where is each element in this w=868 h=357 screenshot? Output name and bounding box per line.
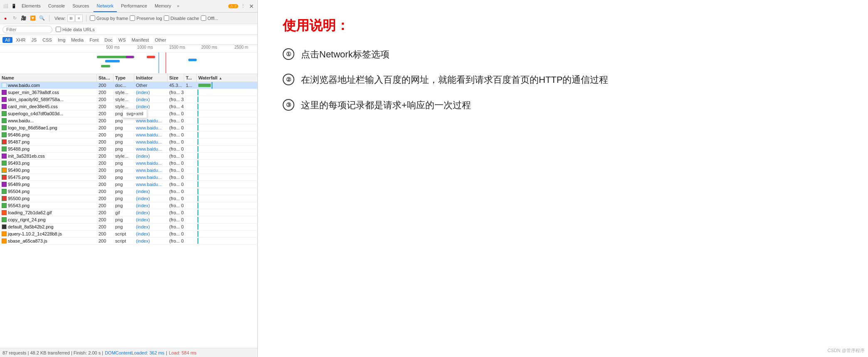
file-icon [2, 161, 7, 166]
table-row[interactable]: 95493.png 200png www.baidu... (fro... 0.… [0, 160, 257, 167]
group-by-frame-checkbox[interactable] [90, 15, 95, 21]
type-btn-media[interactable]: Media [69, 37, 86, 43]
file-icon [2, 238, 7, 243]
more-options-btn[interactable]: ⋮ [239, 2, 247, 10]
th-type[interactable]: Type [113, 74, 134, 82]
camera-btn[interactable]: 🎥 [20, 15, 27, 22]
table-row[interactable]: 95489.png 200png www.baidu... (fro... 0.… [0, 181, 257, 188]
table-row[interactable]: www.baidu... 200png www.baidu... (fro...… [0, 117, 257, 124]
table-row[interactable]: logo_top_86d58ae1.png 200png www.baidu..… [0, 124, 257, 131]
offline-checkbox[interactable] [201, 15, 206, 21]
table-row[interactable]: copy_rignt_24.png 200png (index) (fro...… [0, 216, 257, 223]
instruction-text-1: 点击Network标签选项 [301, 47, 390, 61]
tab-sources[interactable]: Sources [69, 0, 92, 12]
table-row[interactable]: 95490.png 200png www.baidu... (fro... 0.… [0, 167, 257, 174]
search-btn[interactable]: 🔍 [38, 15, 46, 22]
type-btn-manifest[interactable]: Manifest [129, 37, 152, 43]
table-row[interactable]: default_8a5b42b2.png 200png (index) (fro… [0, 223, 257, 231]
filter-bar: Hide data URLs [0, 24, 257, 35]
table-row[interactable]: 95486.png 200png www.baidu... (fro... 0.… [0, 131, 257, 139]
warning-badge: ⚠ 2 [228, 4, 238, 8]
network-table: Name Status Type Initiator Size T... Wat… [0, 74, 257, 348]
td-size: 45.3... [168, 82, 184, 89]
th-name[interactable]: Name [0, 74, 97, 82]
file-icon [2, 168, 7, 173]
tick-2000: 2000 ms [193, 45, 225, 50]
view-buttons: ⊞ ≡ [67, 15, 83, 22]
tab-console[interactable]: Console [45, 0, 68, 12]
view-list-btn[interactable]: ≡ [75, 15, 83, 22]
table-row[interactable]: 95500.png 200png (index) (fro... 0... [0, 195, 257, 202]
type-btn-xhr[interactable]: XHR [13, 37, 28, 43]
instruction-item-2: ② 在浏览器地址栏输入百度的网址，就能看到请求百度首页的HTTP的通信过程 [283, 73, 843, 87]
file-icon [2, 132, 7, 137]
instruction-num-2: ② [283, 74, 294, 85]
filter-input[interactable] [2, 26, 52, 33]
inspect-icon[interactable]: ⬜ [2, 2, 9, 10]
view-grid-btn[interactable]: ⊞ [67, 15, 75, 22]
type-btn-img[interactable]: Img [55, 37, 68, 43]
table-row[interactable]: 95488.png 200png www.baidu... (fro... 0.… [0, 146, 257, 153]
file-icon [2, 203, 7, 208]
preserve-log-label[interactable]: Preserve log [130, 15, 162, 21]
file-icon [2, 196, 7, 201]
tick-1000: 1000 ms [129, 45, 161, 50]
type-btn-css[interactable]: CSS [40, 37, 54, 43]
device-icon[interactable]: 📱 [10, 2, 17, 10]
table-row[interactable]: 95475.png 200png www.baidu... (fro... 0.… [0, 174, 257, 181]
tab-more[interactable]: » [175, 4, 181, 8]
hide-data-urls-label[interactable]: Hide data URLs [56, 27, 95, 32]
waterfall-line [212, 82, 212, 89]
table-row[interactable]: card_min_dee38e45.css 200style... (index… [0, 103, 257, 110]
record-btn[interactable]: ● [2, 15, 9, 22]
td-name: www.baidu.com [0, 82, 97, 89]
load-link[interactable]: Load: 584 ms [169, 350, 197, 355]
type-btn-other[interactable]: Other [152, 37, 169, 43]
offline-label[interactable]: Offl... [201, 15, 218, 21]
timeline-bar-3 [126, 56, 133, 58]
table-row[interactable]: jquery-1.10.2_1c4228b8.js 200script (ind… [0, 231, 257, 238]
filter-btn[interactable]: 🔽 [29, 15, 37, 22]
disable-cache-label[interactable]: Disable cache [164, 15, 199, 21]
timeline-bar-5 [101, 65, 110, 67]
close-btn[interactable]: ✕ [247, 3, 256, 10]
file-icon [2, 217, 7, 222]
devtools-panel: ⬜ 📱 Elements Console Sources Network Per… [0, 0, 258, 357]
th-time[interactable]: T... [184, 74, 197, 82]
tab-performance[interactable]: Performance [118, 0, 150, 12]
status-text: 87 requests | 48.2 KB transferred | Fini… [2, 350, 103, 355]
tab-elements[interactable]: Elements [18, 0, 44, 12]
th-status[interactable]: Status [97, 74, 113, 82]
group-by-frame-label[interactable]: Group by frame [90, 15, 128, 21]
preserve-log-checkbox[interactable] [130, 15, 135, 21]
network-toolbar: ● ↻ 🎥 🔽 🔍 View: ⊞ ≡ Group by frame Prese… [0, 12, 257, 24]
instruction-item-1: ① 点击Network标签选项 [283, 47, 843, 61]
type-btn-doc[interactable]: Doc [102, 37, 115, 43]
type-btn-ws[interactable]: WS [116, 37, 128, 43]
th-size[interactable]: Size [168, 74, 184, 82]
table-row[interactable]: 95504.png 200png (index) (fro... 0... [0, 188, 257, 195]
th-waterfall[interactable]: Waterfall ▲ [197, 74, 257, 82]
separator-1 [49, 15, 49, 22]
table-row[interactable]: super_min_3679a8df.css 200style... (inde… [0, 89, 257, 96]
tab-network[interactable]: Network [94, 0, 117, 12]
type-btn-font[interactable]: Font [87, 37, 101, 43]
vline-red [165, 52, 166, 73]
type-btn-js[interactable]: JS [29, 37, 39, 43]
table-row[interactable]: init_3a5281eb.css 200style... (index) (f… [0, 153, 257, 160]
type-btn-all[interactable]: All [2, 37, 12, 43]
clear-btn[interactable]: ↻ [11, 15, 18, 22]
table-row[interactable]: sbase_a65ca873.js 200script (index) (fro… [0, 238, 257, 245]
table-row[interactable]: www.baidu.com 200 doc... Other 45.3... 1… [0, 82, 257, 89]
disable-cache-checkbox[interactable] [164, 15, 169, 21]
instruction-num-1: ① [283, 48, 294, 60]
hide-data-urls-checkbox[interactable] [56, 27, 61, 32]
tab-memory[interactable]: Memory [151, 0, 175, 12]
table-row[interactable]: skin_opacity90_589f758a... 200style... (… [0, 96, 257, 103]
table-row[interactable]: 95543.png 200png (index) (fro... 0... [0, 202, 257, 209]
file-icon [2, 210, 7, 215]
dom-content-loaded-link[interactable]: DOMContentLoaded: 362 ms [105, 350, 164, 355]
table-row[interactable]: 95487.png 200png www.baidu... (fro... 0.… [0, 139, 257, 146]
th-initiator[interactable]: Initiator [134, 74, 168, 82]
table-row[interactable]: loading_72b1da62.gif 200gif (index) (fro… [0, 209, 257, 216]
